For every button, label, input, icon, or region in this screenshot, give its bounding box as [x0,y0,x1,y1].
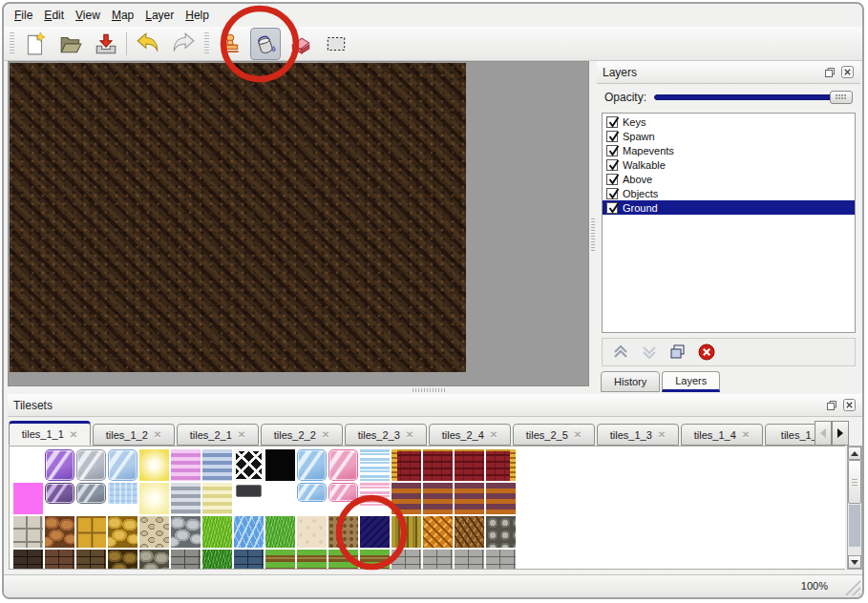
resize-grip[interactable] [841,578,860,595]
tileset-tab-tiles_2_5[interactable]: tiles_2_5✕ [513,424,595,446]
close-tab-icon[interactable]: ✕ [238,429,245,440]
scroll-up-button[interactable] [848,447,861,460]
palette-tile-yellow-stripes[interactable] [202,483,232,514]
scroll-down-button[interactable] [848,555,861,569]
close-tab-icon[interactable]: ✕ [322,429,329,440]
tileset-tab-tiles_1_[interactable]: tiles_1_✕ [765,424,820,446]
scrollbar-track[interactable] [849,505,860,547]
menu-help[interactable]: Help [180,6,214,25]
close-tab-icon[interactable]: ✕ [154,429,161,440]
palette-tile-red-brick-pillar-right[interactable] [486,449,516,481]
layer-visibility-checkbox[interactable] [606,202,618,214]
redo-button[interactable] [168,30,199,58]
opacity-slider-handle[interactable] [830,91,853,104]
close-tab-icon[interactable]: ✕ [658,429,666,440]
palette-tile-gray-stones[interactable] [171,516,201,548]
close-tab-icon[interactable]: ✕ [70,429,77,440]
palette-tile-basket-weave[interactable] [423,516,453,548]
palette-tile-violet-stripes[interactable] [171,449,201,481]
palette-tile-gold-tilefloor[interactable] [76,516,106,548]
palette-tile-blue-stripes[interactable] [202,449,232,481]
palette-tile-navy-dark[interactable] [360,516,390,548]
raise-layer-button[interactable] [608,342,633,363]
palette-tile-blue-shred[interactable] [360,449,390,481]
menu-map[interactable]: Map [107,6,138,25]
float-panel-button[interactable] [822,65,836,79]
palette-tile-orange-cobble[interactable] [45,516,74,548]
scroll-tabs-left-button[interactable] [815,421,832,446]
layer-visibility-checkbox[interactable] [606,174,618,185]
palette-tile-sky-glass-small[interactable] [297,483,327,514]
menu-file[interactable]: File [10,6,37,25]
palette-tile-farm-rows[interactable] [265,550,295,570]
toolbar-drag-handle-2[interactable] [202,32,210,55]
tileset-tab-tiles_1_2[interactable]: tiles_1_2✕ [93,424,175,446]
palette-scrollbar[interactable] [847,446,862,570]
fill-tool-button[interactable] [250,28,281,60]
layer-row-ground[interactable]: Ground [603,200,855,215]
vertical-splitter[interactable] [589,61,597,386]
palette-tile-black[interactable] [265,449,295,481]
palette-tile-lattice[interactable] [234,449,264,481]
close-panel-button[interactable] [840,65,855,79]
palette-tile-red-brick2[interactable] [455,449,484,481]
palette-tile-hedge[interactable] [202,550,232,570]
palette-tile-light-gray-brick4[interactable] [486,550,516,570]
tileset-tab-tiles_2_4[interactable]: tiles_2_4✕ [429,424,511,446]
duplicate-layer-button[interactable] [666,342,690,363]
layer-row-spawn[interactable]: Spawn [603,129,855,143]
palette-tile-grass[interactable] [265,516,295,548]
tileset-tab-tiles_1_3[interactable]: tiles_1_3✕ [597,424,679,446]
palette-tile-light-gray-brick2[interactable] [423,550,453,570]
palette-tile-blue-glass[interactable] [108,449,138,481]
close-tab-icon[interactable]: ✕ [406,429,413,440]
palette-tile-empty2[interactable] [265,483,295,514]
menu-layer[interactable]: Layer [140,6,179,25]
opacity-slider[interactable] [654,91,853,104]
tileset-tab-tiles_2_3[interactable]: tiles_2_3✕ [345,424,427,446]
layer-visibility-checkbox[interactable] [606,131,618,142]
palette-tile-tan-pebbles[interactable] [139,516,169,548]
layer-visibility-checkbox[interactable] [606,159,618,171]
palette-tile-bamboo-wall[interactable] [392,516,421,548]
menu-view[interactable]: View [71,6,105,25]
palette-tile-herringbone[interactable] [455,516,484,548]
palette-tile-farm-rows2[interactable] [297,550,327,570]
palette-tile-pale-yellow-glow[interactable] [139,483,169,514]
palette-tile-pink-glass-small[interactable] [328,483,358,514]
save-map-button[interactable] [91,30,121,58]
palette-tile-stone-path[interactable] [13,516,43,548]
palette-tile-farm-rows4[interactable] [360,550,390,570]
undo-button[interactable] [133,30,163,58]
layer-row-above[interactable]: Above [603,172,855,186]
palette-tile-orange-wall[interactable] [392,483,421,514]
palette-tile-farm-rows3[interactable] [328,550,358,570]
menu-edit[interactable]: Edit [39,6,69,25]
stamp-tool-button[interactable] [215,30,245,58]
palette-tile-orange-wall3[interactable] [455,483,484,514]
layer-row-walkable[interactable]: Walkable [603,157,855,172]
map-viewport[interactable] [8,61,589,386]
close-tilesets-button[interactable] [842,398,857,412]
palette-tile-purple-glass[interactable] [45,449,74,481]
palette-tile-magenta[interactable] [13,483,43,514]
layer-visibility-checkbox[interactable] [606,145,618,156]
float-tilesets-button[interactable] [824,398,838,412]
palette-tile-tilled-soil[interactable] [328,516,358,548]
palette-tile-gold-cracked[interactable] [108,516,138,548]
palette-tile-orange-wall4[interactable] [486,483,516,514]
palette-tile-light-gray-brick[interactable] [392,550,421,570]
palette-tile-gold-stone-wall[interactable] [108,550,138,570]
palette-tile-red-brick[interactable] [423,449,453,481]
palette-tile-sand[interactable] [297,516,327,548]
palette-tile-gray-glass[interactable] [76,449,106,481]
close-tab-icon[interactable]: ✕ [490,429,498,440]
palette-tile-gray-stripes[interactable] [171,483,201,514]
rect-select-tool-button[interactable] [321,30,351,58]
palette-tile-light-gray-brick3[interactable] [455,550,484,570]
lower-layer-button[interactable] [637,342,662,363]
palette-tile-gray-brick-wall[interactable] [171,550,201,570]
open-map-button[interactable] [55,30,86,58]
palette-tile-sky-glass[interactable] [297,449,327,481]
tileset-tab-tiles_2_1[interactable]: tiles_2_1✕ [177,424,259,446]
